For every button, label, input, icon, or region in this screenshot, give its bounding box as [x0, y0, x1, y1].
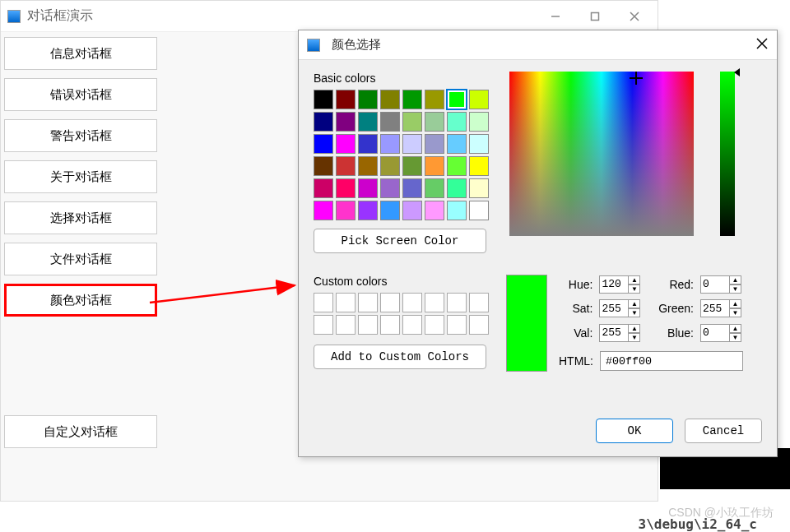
- basic-color-swatch[interactable]: [469, 201, 489, 220]
- basic-color-swatch[interactable]: [402, 112, 422, 132]
- basic-color-swatch[interactable]: [358, 201, 378, 220]
- maximize-button[interactable]: [579, 5, 611, 28]
- sidebar-button[interactable]: 信息对话框: [4, 37, 157, 70]
- html-input[interactable]: [600, 351, 743, 371]
- custom-color-swatch[interactable]: [314, 315, 333, 335]
- green-input[interactable]: [700, 299, 730, 317]
- hue-up-icon[interactable]: ▲: [629, 275, 640, 285]
- minimize-button[interactable]: [539, 5, 572, 28]
- basic-color-swatch[interactable]: [425, 90, 444, 109]
- basic-color-swatch[interactable]: [358, 112, 378, 132]
- val-up-icon[interactable]: ▲: [629, 324, 640, 333]
- val-down-icon[interactable]: ▼: [629, 333, 640, 342]
- custom-color-swatch[interactable]: [314, 293, 333, 312]
- basic-color-swatch[interactable]: [425, 112, 444, 132]
- basic-color-swatch[interactable]: [469, 178, 489, 198]
- basic-color-swatch[interactable]: [314, 201, 333, 220]
- basic-color-swatch[interactable]: [314, 178, 333, 198]
- basic-color-swatch[interactable]: [358, 134, 378, 154]
- basic-color-swatch[interactable]: [402, 201, 422, 220]
- ok-button[interactable]: OK: [596, 419, 673, 443]
- basic-color-swatch[interactable]: [425, 134, 444, 154]
- custom-color-swatch[interactable]: [469, 315, 489, 335]
- custom-color-swatch[interactable]: [469, 293, 489, 312]
- basic-color-swatch[interactable]: [469, 134, 489, 154]
- basic-color-swatch[interactable]: [425, 178, 444, 198]
- basic-color-swatch[interactable]: [447, 112, 467, 132]
- basic-color-swatch[interactable]: [336, 178, 356, 198]
- green-down-icon[interactable]: ▼: [730, 308, 741, 317]
- blue-up-icon[interactable]: ▲: [730, 324, 741, 333]
- red-input[interactable]: [700, 275, 730, 294]
- basic-color-swatch[interactable]: [358, 156, 378, 176]
- basic-color-swatch[interactable]: [336, 134, 356, 154]
- basic-color-swatch[interactable]: [402, 156, 422, 176]
- basic-color-swatch[interactable]: [380, 134, 400, 154]
- sidebar-button[interactable]: 选择对话框: [4, 201, 157, 234]
- val-input[interactable]: [599, 324, 629, 342]
- basic-color-swatch[interactable]: [380, 112, 400, 132]
- basic-color-swatch[interactable]: [336, 90, 356, 109]
- custom-color-swatch[interactable]: [380, 293, 400, 312]
- red-up-icon[interactable]: ▲: [730, 275, 741, 285]
- custom-color-swatch[interactable]: [447, 293, 467, 312]
- basic-color-swatch[interactable]: [314, 90, 333, 109]
- basic-color-swatch[interactable]: [447, 201, 467, 220]
- cancel-button[interactable]: Cancel: [685, 419, 762, 443]
- gradient-picker[interactable]: [509, 72, 694, 236]
- basic-color-swatch[interactable]: [469, 90, 489, 109]
- custom-color-swatch[interactable]: [425, 315, 444, 335]
- value-slider[interactable]: [720, 72, 735, 236]
- basic-color-swatch[interactable]: [380, 178, 400, 198]
- custom-color-swatch[interactable]: [402, 315, 422, 335]
- red-down-icon[interactable]: ▼: [730, 285, 741, 294]
- basic-color-swatch[interactable]: [469, 112, 489, 132]
- custom-color-swatch[interactable]: [402, 293, 422, 312]
- custom-color-swatch[interactable]: [336, 315, 356, 335]
- hue-input[interactable]: [599, 275, 629, 294]
- add-custom-colors-button[interactable]: Add to Custom Colors: [314, 345, 486, 369]
- custom-color-swatch[interactable]: [336, 293, 356, 312]
- green-up-icon[interactable]: ▲: [730, 299, 741, 308]
- sidebar-button[interactable]: 关于对话框: [4, 160, 157, 193]
- blue-input[interactable]: [700, 324, 730, 342]
- basic-color-swatch[interactable]: [425, 156, 444, 176]
- sidebar-button[interactable]: 颜色对话框: [4, 284, 157, 317]
- dialog-close-button[interactable]: [755, 37, 769, 53]
- custom-color-swatch[interactable]: [380, 315, 400, 335]
- sidebar-button[interactable]: 错误对话框: [4, 78, 157, 111]
- basic-color-swatch[interactable]: [447, 156, 467, 176]
- hue-down-icon[interactable]: ▼: [629, 285, 640, 294]
- basic-color-swatch[interactable]: [314, 156, 333, 176]
- basic-color-swatch[interactable]: [425, 201, 444, 220]
- sat-up-icon[interactable]: ▲: [629, 299, 640, 308]
- sidebar-button[interactable]: 自定义对话框: [4, 415, 157, 448]
- basic-color-swatch[interactable]: [314, 112, 333, 132]
- basic-color-swatch[interactable]: [447, 178, 467, 198]
- custom-color-swatch[interactable]: [425, 293, 444, 312]
- sat-down-icon[interactable]: ▼: [629, 308, 640, 317]
- value-slider-handle-icon[interactable]: [734, 68, 740, 76]
- basic-color-swatch[interactable]: [380, 156, 400, 176]
- basic-color-swatch[interactable]: [358, 178, 378, 198]
- basic-color-swatch[interactable]: [314, 134, 333, 154]
- basic-color-swatch[interactable]: [336, 201, 356, 220]
- basic-color-swatch[interactable]: [336, 156, 356, 176]
- basic-color-swatch[interactable]: [447, 90, 467, 109]
- sat-input[interactable]: [599, 299, 629, 317]
- sidebar-button[interactable]: 文件对话框: [4, 243, 157, 275]
- close-button[interactable]: [618, 5, 651, 28]
- custom-color-swatch[interactable]: [358, 315, 378, 335]
- basic-color-swatch[interactable]: [336, 112, 356, 132]
- basic-color-swatch[interactable]: [358, 90, 378, 109]
- basic-color-swatch[interactable]: [402, 134, 422, 154]
- pick-screen-color-button[interactable]: Pick Screen Color: [314, 229, 486, 253]
- basic-color-swatch[interactable]: [380, 201, 400, 220]
- custom-color-swatch[interactable]: [447, 315, 467, 335]
- basic-color-swatch[interactable]: [380, 90, 400, 109]
- basic-color-swatch[interactable]: [469, 156, 489, 176]
- custom-color-swatch[interactable]: [358, 293, 378, 312]
- basic-color-swatch[interactable]: [402, 178, 422, 198]
- sidebar-button[interactable]: 警告对话框: [4, 119, 157, 152]
- blue-down-icon[interactable]: ▼: [730, 333, 741, 342]
